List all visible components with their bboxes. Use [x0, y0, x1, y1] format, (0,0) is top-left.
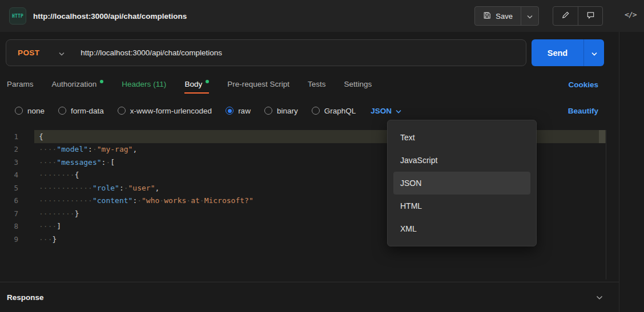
body-type-raw[interactable]: raw [226, 107, 251, 115]
body-type-x-www-form-urlencoded[interactable]: x-www-form-urlencoded [118, 107, 212, 115]
radio-button-icon[interactable] [118, 107, 126, 115]
request-title: http://localhost:3000/api/chat/completio… [33, 12, 187, 21]
radio-label: GraphQL [324, 107, 356, 115]
send-button[interactable]: Send [532, 39, 583, 66]
save-icon [483, 11, 491, 21]
tab-label: Pre-request Script [227, 80, 289, 88]
tab-headers[interactable]: Headers(11) [122, 75, 166, 94]
chevron-down-icon [396, 107, 401, 115]
tab-label: Settings [344, 80, 372, 88]
tab-pre-request-script[interactable]: Pre-request Script [227, 75, 289, 94]
tab-label: Authorization [52, 80, 97, 88]
format-selector-label: JSON [371, 107, 392, 115]
app-root: HTTP http://localhost:3000/api/chat/comp… [0, 0, 644, 312]
url-input[interactable]: http://localhost:3000/api/chat/completio… [80, 48, 222, 57]
format-menu-item-json[interactable]: JSON [393, 172, 530, 195]
tab-label: Headers [122, 80, 151, 88]
body-type-binary[interactable]: binary [264, 107, 298, 115]
cookies-link[interactable]: Cookies [568, 80, 598, 89]
chevron-down-icon [527, 11, 533, 21]
save-button[interactable]: Save [475, 7, 521, 25]
code-panel-icon[interactable]: </> [625, 10, 636, 19]
send-button-group: Send [532, 39, 604, 66]
body-options-row: noneform-datax-www-form-urlencodedrawbin… [0, 102, 619, 120]
line-number: 5 [0, 184, 27, 192]
request-tabs: ParamsAuthorizationHeaders(11)BodyPre-re… [7, 75, 372, 94]
line-number: 4 [0, 171, 27, 179]
request-tabs-row: ParamsAuthorizationHeaders(11)BodyPre-re… [0, 75, 619, 94]
radio-button-icon[interactable] [264, 107, 272, 115]
line-number: 6 [0, 196, 27, 205]
tab-settings[interactable]: Settings [344, 75, 372, 94]
editor-scrollbar-thumb[interactable] [599, 130, 605, 143]
line-number: 1 [0, 132, 27, 141]
chevron-down-icon [59, 48, 65, 58]
line-number: 9 [0, 235, 27, 244]
body-type-graphql[interactable]: GraphQL [312, 107, 356, 115]
comment-icon [586, 11, 595, 22]
format-menu-item-javascript[interactable]: JavaScript [388, 149, 536, 172]
save-button-group: Save [474, 6, 539, 26]
radio-button-icon[interactable] [58, 107, 66, 115]
line-number: 3 [0, 158, 27, 167]
method-selector[interactable]: POST [6, 48, 65, 58]
radio-button-icon[interactable] [226, 107, 234, 115]
chevron-down-icon[interactable] [596, 292, 603, 302]
tab-body[interactable]: Body [184, 75, 209, 94]
unsaved-dot-icon [206, 80, 209, 83]
right-sidebar-rail [619, 32, 644, 312]
radio-button-icon[interactable] [15, 107, 23, 115]
format-menu-item-xml[interactable]: XML [388, 217, 536, 240]
line-number: 7 [0, 209, 27, 218]
radio-button-icon[interactable] [312, 107, 320, 115]
line-number: 2 [0, 145, 27, 153]
pencil-icon [561, 11, 570, 22]
topbar: HTTP http://localhost:3000/api/chat/comp… [0, 0, 644, 32]
save-button-label: Save [496, 12, 513, 21]
send-options-button[interactable] [583, 39, 604, 66]
format-menu: TextJavaScriptJSONHTMLXML [387, 120, 537, 246]
body-type-none[interactable]: none [15, 107, 45, 115]
request-url-bar: POST http://localhost:3000/api/chat/comp… [6, 39, 526, 66]
tab-authorization[interactable]: Authorization [52, 75, 104, 94]
response-panel-header[interactable]: Response [0, 282, 619, 312]
line-number: 8 [0, 222, 27, 230]
topbar-actions: Save [474, 6, 603, 26]
format-selector[interactable]: JSON [371, 107, 401, 115]
format-menu-item-html[interactable]: HTML [388, 195, 536, 217]
tab-label: Tests [308, 80, 326, 88]
method-label: POST [18, 48, 39, 57]
tab-count-badge: (11) [153, 80, 166, 88]
beautify-link[interactable]: Beautify [568, 107, 598, 115]
radio-label: binary [277, 107, 298, 115]
chevron-down-icon [591, 48, 597, 58]
unsaved-dot-icon [100, 80, 103, 83]
radio-label: form-data [71, 107, 104, 115]
editor-scrollbar-track [606, 130, 606, 279]
tab-label: Params [7, 80, 34, 88]
http-request-icon: HTTP [9, 7, 26, 25]
radio-label: raw [238, 107, 251, 115]
body-type-form-data[interactable]: form-data [58, 107, 104, 115]
tab-tests[interactable]: Tests [308, 75, 326, 94]
tab-params[interactable]: Params [7, 75, 34, 94]
tab-label: Body [184, 80, 202, 88]
radio-label: none [27, 107, 45, 115]
edit-button[interactable] [553, 7, 578, 25]
radio-label: x-www-form-urlencoded [130, 107, 212, 115]
format-menu-item-text[interactable]: Text [388, 126, 536, 149]
body-type-options: noneform-datax-www-form-urlencodedrawbin… [15, 107, 356, 115]
edit-comment-group [553, 6, 603, 26]
save-options-button[interactable] [521, 7, 538, 25]
response-title: Response [7, 293, 44, 302]
comment-button[interactable] [578, 7, 602, 25]
